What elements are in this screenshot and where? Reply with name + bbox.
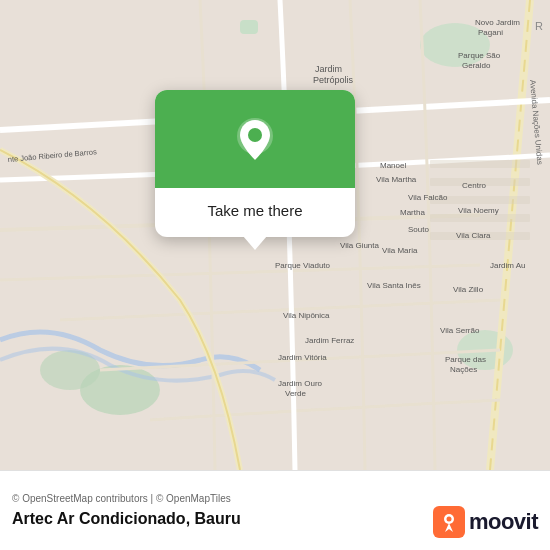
svg-rect-9 [430,214,530,222]
svg-text:Vila Santa Inês: Vila Santa Inês [367,281,421,290]
location-pin-icon [228,114,282,168]
map-container[interactable]: Novo Jardim Pagani Parque São Geraldo Ja… [0,0,550,470]
moovit-logo: moovit [433,506,538,538]
svg-text:Pagani: Pagani [478,28,503,37]
svg-text:Jardim Vitória: Jardim Vitória [278,353,327,362]
svg-rect-3 [240,20,258,34]
svg-text:Jardim Ferraz: Jardim Ferraz [305,336,354,345]
svg-text:Vila Nipônica: Vila Nipônica [283,311,330,320]
svg-text:Geraldo: Geraldo [462,61,491,70]
svg-text:Manoel: Manoel [380,161,406,170]
svg-text:Verde: Verde [285,389,306,398]
popup-icon-area [155,90,355,188]
svg-text:Martha: Martha [400,208,425,217]
moovit-brand-icon [433,506,465,538]
svg-text:Nações: Nações [450,365,477,374]
svg-text:Parque São: Parque São [458,51,501,60]
attribution-text: © OpenStreetMap contributors | © OpenMap… [12,493,538,504]
svg-text:Vila Giunta: Vila Giunta [340,241,380,250]
svg-text:Vila Clara: Vila Clara [456,231,491,240]
svg-text:Souto: Souto [408,225,429,234]
svg-text:Vila Falcão: Vila Falcão [408,193,448,202]
svg-text:Jardim: Jardim [315,64,342,74]
svg-text:Parque Viaduto: Parque Viaduto [275,261,331,270]
bottom-bar: © OpenStreetMap contributors | © OpenMap… [0,470,550,550]
svg-text:R: R [535,20,543,32]
popup-card: Take me there [155,90,355,237]
svg-text:Jardim Ouro: Jardim Ouro [278,379,323,388]
svg-text:Petrópolis: Petrópolis [313,75,354,85]
svg-text:Vila Serrão: Vila Serrão [440,326,480,335]
svg-text:Vila Zillo: Vila Zillo [453,285,484,294]
svg-text:Jardim Au: Jardim Au [490,261,526,270]
svg-rect-6 [430,160,530,168]
popup-button-area[interactable]: Take me there [155,188,355,237]
svg-text:Vila Noemy: Vila Noemy [458,206,499,215]
svg-text:Vila Maria: Vila Maria [382,246,418,255]
svg-point-46 [446,517,451,522]
take-me-there-button[interactable]: Take me there [199,198,310,223]
svg-text:Centro: Centro [462,181,487,190]
svg-text:Vila Martha: Vila Martha [376,175,417,184]
svg-point-43 [248,128,262,142]
svg-text:Novo Jardim: Novo Jardim [475,18,520,27]
svg-text:Parque das: Parque das [445,355,486,364]
moovit-text: moovit [469,509,538,535]
popup-arrow [243,236,267,250]
